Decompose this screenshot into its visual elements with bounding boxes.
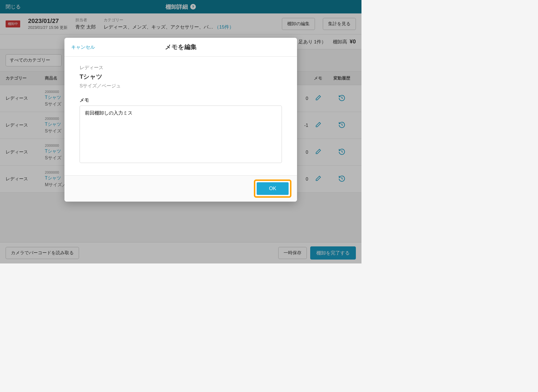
modal-header: キャンセル メモを編集 [64, 38, 297, 57]
modal-body: レディース Tシャツ Sサイズ／ベージュ メモ [64, 57, 297, 175]
memo-label: メモ [80, 97, 282, 103]
ok-highlight: OK [254, 179, 291, 198]
modal-footer: OK [64, 175, 297, 202]
ok-button[interactable]: OK [257, 182, 289, 195]
modal-variant: Sサイズ／ベージュ [80, 83, 282, 89]
memo-textarea[interactable] [80, 106, 282, 163]
modal-category: レディース [80, 64, 282, 71]
edit-memo-modal: キャンセル メモを編集 レディース Tシャツ Sサイズ／ベージュ メモ OK [64, 38, 297, 202]
cancel-button[interactable]: キャンセル [71, 44, 95, 50]
modal-product: Tシャツ [80, 73, 282, 81]
modal-title: メモを編集 [165, 43, 197, 51]
